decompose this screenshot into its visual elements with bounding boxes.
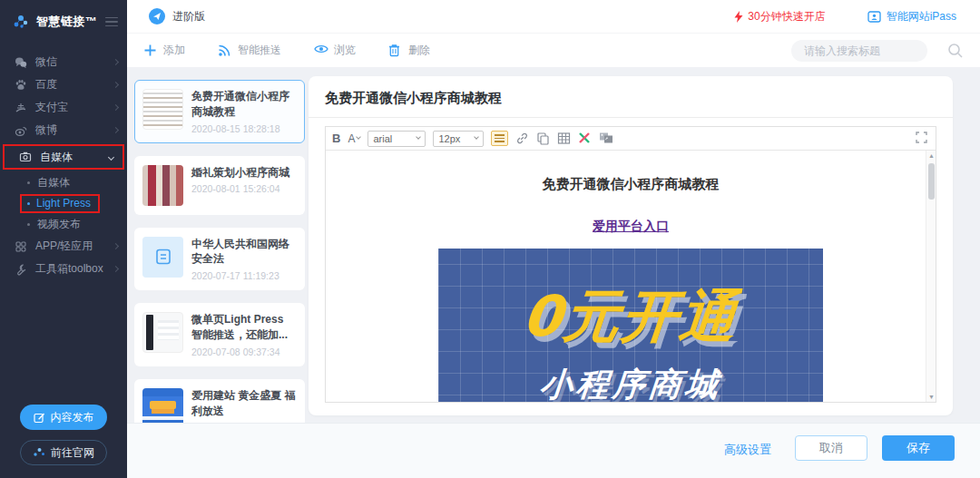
- chevron-right-icon: [113, 243, 119, 249]
- bullet-icon: [27, 181, 30, 184]
- lightning-icon: [734, 11, 743, 23]
- sidebar-subitem-video[interactable]: 视频发布: [0, 215, 81, 235]
- chevron-right-icon: [113, 127, 119, 133]
- smart-push-button[interactable]: 智能推送: [218, 43, 281, 58]
- add-button[interactable]: 添加: [143, 43, 185, 58]
- article-thumbnail: [142, 312, 183, 353]
- article-thumbnail: [142, 165, 183, 206]
- quick-shop-link[interactable]: 30分钟快速开店: [734, 9, 825, 24]
- sidebar-subitem-lightpress[interactable]: Light Press: [36, 197, 91, 210]
- article-thumbnail: [142, 89, 183, 130]
- justify-button[interactable]: [491, 131, 508, 146]
- scroll-up-icon[interactable]: ▲: [926, 151, 936, 161]
- copy-icon[interactable]: [536, 132, 550, 145]
- banner-headline: 0元开通: [521, 288, 741, 345]
- scroll-down-icon[interactable]: ▼: [926, 392, 936, 402]
- search-input[interactable]: [791, 40, 927, 62]
- font-family-select[interactable]: arial: [368, 131, 426, 147]
- wrench-icon: [15, 263, 27, 276]
- sidebar-subitem-zimeiti[interactable]: 自媒体: [0, 173, 70, 193]
- plus-icon: [143, 44, 157, 57]
- fullscreen-icon[interactable]: [916, 132, 929, 145]
- document-icon: [155, 249, 172, 265]
- ipass-icon: [867, 11, 881, 23]
- action-toolbar: 添加 智能推送 浏览 删除: [127, 33, 980, 67]
- alipay-icon: [15, 102, 27, 114]
- bullet-icon: [27, 223, 30, 226]
- content-publish-button[interactable]: 内容发布: [20, 405, 107, 430]
- cancel-button[interactable]: 取消: [795, 435, 867, 461]
- plan-label: 进阶版: [172, 9, 205, 24]
- goto-website-button[interactable]: 前往官网: [20, 440, 107, 465]
- app-grid-icon: [15, 240, 27, 253]
- wechat-icon: [15, 56, 27, 69]
- ipass-link[interactable]: 智能网站iPass: [867, 9, 956, 24]
- caret-down-icon: [357, 134, 362, 140]
- article-card-3[interactable]: 中华人民共和国网络安全法 2020-07-17 11:19:23: [134, 228, 305, 291]
- link-icon[interactable]: [515, 132, 529, 145]
- platform-entry-link[interactable]: 爱用平台入口: [326, 219, 936, 235]
- sidebar-item-app[interactable]: APP/轻应用: [0, 235, 127, 258]
- main-area: 进阶版 30分钟快速开店 智能网站iPass 添加 智能推送 浏览 删除: [127, 0, 980, 478]
- sidebar-item-weibo[interactable]: 微博: [0, 119, 127, 141]
- article-list: 免费开通微信小程序商城教程 2020-08-15 18:28:18 婚礼策划小程…: [134, 80, 305, 454]
- sidebar-bottom-actions: 内容发布 前往官网: [0, 405, 127, 465]
- sidebar-item-baidu[interactable]: 百度: [0, 73, 127, 96]
- promo-banner-image: 0元开通 小程序商城: [438, 249, 823, 402]
- editor-content[interactable]: 免费开通微信小程序商城教程 爱用平台入口 0元开通 小程序商城 ▲ ▼: [326, 151, 936, 402]
- sidebar-item-alipay[interactable]: 支付宝: [0, 96, 127, 119]
- caret-down-icon: [416, 134, 422, 140]
- sidebar-item-toolbox[interactable]: 工具箱toolbox: [0, 258, 127, 280]
- font-size-select[interactable]: 12px: [433, 131, 484, 147]
- chevron-right-icon: [113, 104, 119, 111]
- save-button[interactable]: 保存: [882, 435, 955, 461]
- trash-icon: [388, 44, 402, 57]
- annotation-box-lightpress: Light Press: [20, 194, 100, 213]
- broadcast-icon: [218, 44, 231, 57]
- article-title: 免费开通微信小程序商城教程: [309, 76, 953, 118]
- editor-panel: 免费开通微信小程序商城教程 B A arial 12px 免费开通微信小程序商城…: [309, 76, 953, 415]
- font-color-button[interactable]: A: [348, 132, 360, 145]
- advanced-settings-link[interactable]: 高级设置: [724, 442, 771, 458]
- bullet-icon: [27, 202, 30, 205]
- chevron-down-icon: [108, 153, 114, 160]
- top-header: 进阶版 30分钟快速开店 智能网站iPass: [127, 0, 980, 33]
- chevron-right-icon: [113, 59, 119, 65]
- annotation-box-zimeiti: 自媒体: [3, 144, 124, 170]
- search-icon[interactable]: [947, 43, 964, 59]
- caret-down-icon: [475, 134, 480, 140]
- chevron-right-icon: [113, 82, 119, 88]
- plan-rocket-icon: [149, 8, 165, 24]
- sidebar-item-zimeiti[interactable]: 自媒体: [5, 146, 122, 168]
- logo-icon: [13, 13, 31, 31]
- sidebar: 智慧链接™ 微信 百度 支付宝 微博 自媒体: [0, 0, 127, 478]
- content-heading: 免费开通微信小程序商城教程: [326, 176, 936, 193]
- sidebar-item-wechat[interactable]: 微信: [0, 51, 127, 73]
- clear-format-x-icon[interactable]: [578, 132, 592, 145]
- baidu-icon: [15, 79, 27, 92]
- editor-scrollbar[interactable]: ▲ ▼: [926, 151, 936, 402]
- bold-button[interactable]: B: [332, 132, 340, 145]
- article-card-4[interactable]: 微单页Light Press 智能推送，还能加... 2020-07-08 09…: [134, 303, 305, 366]
- eye-icon: [314, 44, 328, 57]
- scrollbar-thumb[interactable]: [928, 163, 935, 200]
- chevron-right-icon: [113, 266, 119, 272]
- article-card-1[interactable]: 免费开通微信小程序商城教程 2020-08-15 18:28:18: [134, 80, 305, 143]
- banner-subline: 小程序商城: [538, 368, 722, 401]
- article-thumbnail: [142, 237, 183, 278]
- logo: 智慧链接™: [0, 0, 127, 31]
- rich-text-editor: B A arial 12px 免费开通微信小程序商城教程 爱用平台入口 0元开通…: [325, 126, 936, 403]
- editor-toolbar: B A arial 12px: [326, 127, 936, 151]
- preview-button[interactable]: 浏览: [314, 43, 356, 58]
- hamburger-menu-icon[interactable]: [105, 15, 118, 30]
- compose-icon: [34, 412, 45, 424]
- plan-badge: 进阶版: [149, 8, 205, 24]
- image-icon[interactable]: [599, 132, 612, 145]
- weibo-icon: [15, 124, 27, 137]
- app-title: 智慧链接™: [36, 14, 105, 30]
- sidebar-nav: 微信 百度 支付宝 微博 自媒体: [0, 51, 127, 280]
- footer-bar: 高级设置 取消 保存: [127, 423, 980, 478]
- article-card-2[interactable]: 婚礼策划小程序商城 2020-08-01 15:26:04: [134, 156, 305, 215]
- table-icon[interactable]: [557, 132, 571, 145]
- delete-button[interactable]: 删除: [388, 43, 430, 58]
